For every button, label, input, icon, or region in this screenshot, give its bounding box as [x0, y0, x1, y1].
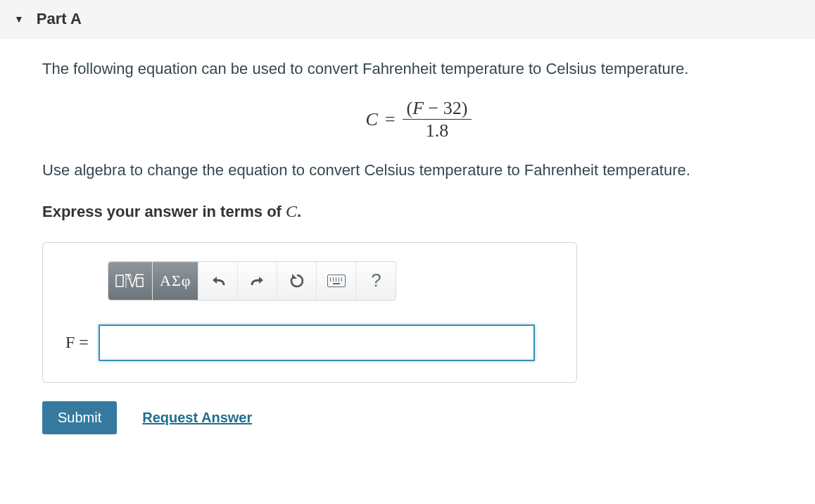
num-paren-close: ) — [462, 98, 468, 118]
answer-var-label: F = — [65, 333, 89, 352]
express-line: Express your answer in terms of C. — [42, 200, 795, 224]
equation-display: C = (F − 32) 1.8 — [42, 99, 795, 141]
equation-fraction: (F − 32) 1.8 — [403, 99, 472, 141]
num-op: − 32 — [424, 98, 462, 118]
express-suffix: . — [297, 203, 301, 220]
svg-rect-0 — [116, 275, 123, 286]
instruction-text: Use algebra to change the equation to co… — [42, 160, 795, 182]
help-label: ? — [371, 270, 381, 291]
equation-lhs: C — [366, 109, 378, 130]
keyboard-button[interactable] — [317, 262, 356, 300]
templates-button[interactable]: □ — [108, 262, 153, 300]
greek-symbols-button[interactable]: ΑΣφ — [153, 262, 198, 300]
express-var: C — [286, 202, 297, 220]
num-var: F — [412, 98, 424, 118]
answer-panel: □ ΑΣφ ? — [42, 242, 577, 383]
part-title: Part A — [37, 10, 82, 28]
greek-label: ΑΣφ — [160, 272, 191, 290]
undo-button[interactable] — [198, 262, 238, 300]
express-prefix: Express your answer in terms of — [42, 203, 286, 220]
equation-toolbar: □ ΑΣφ ? — [108, 261, 396, 301]
denominator: 1.8 — [422, 120, 453, 140]
collapse-triangle-icon[interactable]: ▼ — [14, 13, 24, 25]
num-paren-open: ( — [407, 98, 413, 118]
intro-text: The following equation can be used to co… — [42, 58, 795, 80]
keyboard-icon — [327, 275, 346, 287]
answer-input-row: F = — [65, 325, 554, 361]
answer-input[interactable] — [99, 325, 535, 361]
equation-equals: = — [385, 109, 396, 130]
actions-row: Submit Request Answer — [42, 401, 795, 434]
content-area: The following equation can be used to co… — [0, 39, 815, 454]
svg-rect-2 — [137, 278, 143, 286]
redo-button[interactable] — [238, 262, 277, 300]
part-header[interactable]: ▼ Part A — [0, 0, 815, 39]
help-button[interactable]: ? — [356, 262, 396, 300]
reset-button[interactable] — [277, 262, 317, 300]
submit-button[interactable]: Submit — [42, 401, 117, 434]
request-answer-link[interactable]: Request Answer — [142, 410, 252, 426]
